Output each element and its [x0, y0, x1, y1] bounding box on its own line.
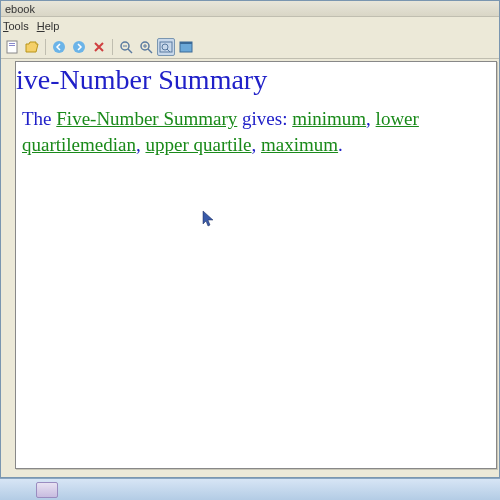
svg-rect-16: [180, 42, 192, 44]
delete-icon[interactable]: [90, 38, 108, 56]
separator-icon: [112, 39, 113, 55]
term-upper-quartile: upper quartile: [145, 134, 251, 155]
open-icon[interactable]: [23, 38, 41, 56]
term-maximum: maximum: [261, 134, 338, 155]
title-bar: ebook: [1, 1, 499, 17]
term-minimum: minimum: [292, 108, 366, 129]
forward-icon[interactable]: [70, 38, 88, 56]
zoom-out-icon[interactable]: [117, 38, 135, 56]
taskbar: [0, 478, 500, 500]
svg-rect-2: [9, 45, 15, 46]
menu-tools[interactable]: Tools: [3, 20, 29, 32]
zoom-in-icon[interactable]: [137, 38, 155, 56]
sep: ,: [366, 108, 376, 129]
menu-tools-rest: ools: [9, 20, 29, 32]
period: .: [338, 134, 343, 155]
sep: ,: [252, 134, 262, 155]
app-window: ebook Tools Help: [0, 0, 500, 478]
taskbar-item[interactable]: [36, 482, 58, 498]
svg-point-3: [53, 41, 65, 53]
toolbar: [1, 35, 499, 59]
svg-line-9: [148, 49, 152, 53]
svg-point-4: [73, 41, 85, 53]
term-median: median: [80, 134, 136, 155]
menu-help[interactable]: Help: [37, 20, 60, 32]
text-prefix: The: [22, 108, 56, 129]
back-icon[interactable]: [50, 38, 68, 56]
document-canvas: ive-Number Summary The Five-Number Summa…: [15, 61, 497, 469]
svg-rect-1: [9, 43, 15, 44]
menu-help-rest: elp: [45, 20, 60, 32]
svg-line-6: [128, 49, 132, 53]
menu-bar: Tools Help: [1, 17, 499, 35]
text-mid: gives:: [237, 108, 292, 129]
cursor-icon: [202, 210, 216, 228]
svg-rect-0: [7, 41, 17, 53]
window-title: ebook: [5, 3, 35, 15]
page-icon[interactable]: [3, 38, 21, 56]
page-heading: ive-Number Summary: [16, 64, 267, 96]
separator-icon: [45, 39, 46, 55]
body-text: The Five-Number Summary gives: minimum, …: [22, 106, 494, 157]
zoom-fit-icon[interactable]: [157, 38, 175, 56]
term-five-number-summary: Five-Number Summary: [56, 108, 237, 129]
fullscreen-icon[interactable]: [177, 38, 195, 56]
